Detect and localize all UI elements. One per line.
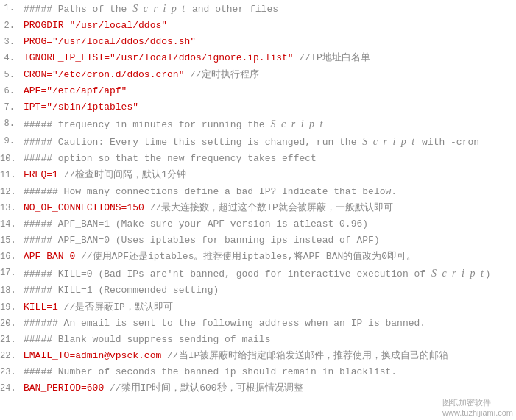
line-number: 4. xyxy=(0,51,21,65)
code-value: APF_BAN=0 xyxy=(24,251,75,262)
code-comment: //检查时间间隔，默认1分钟 xyxy=(58,169,186,180)
line-content: ##### KILL=0 (Bad IPs are'nt banned, goo… xyxy=(21,266,516,282)
script-word: S c r i p t xyxy=(431,268,485,279)
code-value: NO_OF_CONNECTIONS=150 xyxy=(24,202,144,213)
line-content: PROGDIR="/usr/local/ddos" xyxy=(21,18,516,33)
code-value: EMAIL_TO=admin@vpsck.com xyxy=(24,350,161,361)
table-row: 19.KILL=1 //是否屏蔽IP，默认即可 xyxy=(0,299,516,316)
table-row: 11.FREQ=1 //检查时间间隔，默认1分钟 xyxy=(0,167,516,183)
code-comment: ##### KILL=1 (Recommended setting) xyxy=(24,285,219,296)
table-row: 2.PROGDIR="/usr/local/ddos" xyxy=(0,18,516,34)
line-number: 13. xyxy=(0,201,21,216)
line-number: 20. xyxy=(0,316,21,331)
table-row: 13.NO_OF_CONNECTIONS=150 //最大连接数，超过这个数IP… xyxy=(0,200,516,216)
code-comment: ##### Blank would suppress sending of ma… xyxy=(24,334,270,345)
line-content: APF="/etc/apf/apf" xyxy=(21,84,516,99)
code-comment: //是否屏蔽IP，默认即可 xyxy=(58,302,173,313)
code-comment: ##### APF_BAN=1 (Make sure your APF vers… xyxy=(24,218,368,229)
table-row: 1.##### Paths of the S c r i p t and oth… xyxy=(0,0,516,18)
table-row: 16.APF_BAN=0 //使用APF还是iptables。推荐使用iptab… xyxy=(0,249,516,265)
code-value: CRON="/etc/cron.d/ddos.cron" xyxy=(24,69,184,80)
line-number: 7. xyxy=(0,100,21,115)
line-content: ###### An email is sent to the following… xyxy=(21,316,516,331)
line-content: ##### APF_BAN=0 (Uses iptables for banni… xyxy=(21,233,516,248)
table-row: 12.###### How many connections define a … xyxy=(0,184,516,200)
code-value: IPT="/sbin/iptables" xyxy=(24,102,138,113)
line-number: 2. xyxy=(0,18,21,33)
table-row: 8.##### frequency in minutes for running… xyxy=(0,115,516,133)
line-number: 23. xyxy=(0,365,21,380)
code-comment: ##### Number of seconds the banned ip sh… xyxy=(24,366,397,377)
line-number: 19. xyxy=(0,300,21,315)
code-comment: ##### APF_BAN=0 (Uses iptables for banni… xyxy=(24,235,380,246)
line-content: ##### frequency in minutes for running t… xyxy=(21,116,516,132)
code-comment: ##### KILL=0 (Bad IPs are'nt banned, goo… xyxy=(24,268,431,280)
code-value: IGNORE_IP_LIST="/usr/local/ddos/ignore.i… xyxy=(24,52,294,63)
line-number: 14. xyxy=(0,217,21,232)
code-value: PROG="/usr/local/ddos/ddos.sh" xyxy=(24,36,196,47)
watermark: 图纸加密软件 www.tuzhijiami.com xyxy=(442,397,513,417)
line-number: 5. xyxy=(0,68,21,82)
line-number: 12. xyxy=(0,185,21,199)
line-content: CRON="/etc/cron.d/ddos.cron" //定时执行程序 xyxy=(21,68,516,82)
code-comment: //定时执行程序 xyxy=(184,69,258,80)
line-number: 1. xyxy=(0,1,21,15)
line-number: 11. xyxy=(0,168,21,182)
line-content: PROG="/usr/local/ddos/ddos.sh" xyxy=(21,35,516,49)
line-number: 21. xyxy=(0,332,21,347)
line-number: 24. xyxy=(0,381,21,396)
table-row: 18.##### KILL=1 (Recommended setting) xyxy=(0,282,516,299)
table-row: 14.##### APF_BAN=1 (Make sure your APF v… xyxy=(0,216,516,232)
table-row: 15.##### APF_BAN=0 (Uses iptables for ba… xyxy=(0,232,516,249)
line-content: ##### Blank would suppress sending of ma… xyxy=(21,332,516,347)
code-comment: //IP地址白名单 xyxy=(294,52,370,63)
table-row: 4.IGNORE_IP_LIST="/usr/local/ddos/ignore… xyxy=(0,50,516,66)
code-comment: //当IP被屏蔽时给指定邮箱发送邮件，推荐使用，换成自己的邮箱 xyxy=(161,350,448,361)
line-number: 8. xyxy=(0,116,21,131)
line-content: ##### APF_BAN=1 (Make sure your APF vers… xyxy=(21,217,516,232)
code-value: FREQ=1 xyxy=(24,169,58,180)
line-content: ###### How many connections define a bad… xyxy=(21,185,516,199)
code-comment: and other files xyxy=(186,4,278,15)
line-content: FREQ=1 //检查时间间隔，默认1分钟 xyxy=(21,168,516,182)
code-comment: with -cron xyxy=(416,137,479,148)
line-content: ##### option so that the new frequency t… xyxy=(21,152,516,166)
line-content: KILL=1 //是否屏蔽IP，默认即可 xyxy=(21,300,516,315)
table-row: 20.###### An email is sent to the follow… xyxy=(0,316,516,332)
line-content: ##### KILL=1 (Recommended setting) xyxy=(21,283,516,298)
line-content: IGNORE_IP_LIST="/usr/local/ddos/ignore.i… xyxy=(21,51,516,65)
line-content: ##### Caution: Every time this setting i… xyxy=(21,134,516,150)
line-number: 15. xyxy=(0,233,21,248)
code-editor: 1.##### Paths of the S c r i p t and oth… xyxy=(0,0,516,420)
table-row: 10.##### option so that the new frequenc… xyxy=(0,151,516,167)
script-word: S c r i p t xyxy=(132,3,186,14)
code-comment: ###### How many connections define a bad… xyxy=(24,186,397,197)
table-row: 21.##### Blank would suppress sending of… xyxy=(0,332,516,348)
line-number: 18. xyxy=(0,283,21,298)
code-value: APF="/etc/apf/apf" xyxy=(24,85,127,96)
line-number: 9. xyxy=(0,134,21,149)
table-row: 24.BAN_PERIOD=600 //禁用IP时间，默认600秒，可根据情况调… xyxy=(0,380,516,396)
line-content: NO_OF_CONNECTIONS=150 //最大连接数，超过这个数IP就会被… xyxy=(21,201,516,216)
table-row: 9.##### Caution: Every time this setting… xyxy=(0,133,516,151)
line-content: APF_BAN=0 //使用APF还是iptables。推荐使用iptables… xyxy=(21,249,516,264)
script-word: S c r i p t xyxy=(362,136,416,147)
code-comment: ##### Paths of the xyxy=(24,4,132,15)
code-comment: //使用APF还是iptables。推荐使用iptables,将APF_BAN的… xyxy=(75,251,416,262)
code-comment: ##### frequency in minutes for running t… xyxy=(24,119,270,130)
table-row: 17.##### KILL=0 (Bad IPs are'nt banned, … xyxy=(0,265,516,282)
line-number: 22. xyxy=(0,349,21,363)
code-comment: //禁用IP时间，默认600秒，可根据情况调整 xyxy=(104,382,303,394)
code-comment: ) xyxy=(485,268,491,280)
table-row: 6.APF="/etc/apf/apf" xyxy=(0,83,516,99)
line-content: IPT="/sbin/iptables" xyxy=(21,100,516,115)
line-content: ##### Number of seconds the banned ip sh… xyxy=(21,365,516,380)
line-number: 10. xyxy=(0,152,21,166)
code-comment: //最大连接数，超过这个数IP就会被屏蔽，一般默认即可 xyxy=(144,202,393,213)
table-row: 22.EMAIL_TO=admin@vpsck.com //当IP被屏蔽时给指定… xyxy=(0,348,516,364)
code-value: PROGDIR="/usr/local/ddos" xyxy=(24,20,167,31)
script-word: S c r i p t xyxy=(270,118,324,129)
line-number: 16. xyxy=(0,249,21,264)
table-row: 3.PROG="/usr/local/ddos/ddos.sh" xyxy=(0,34,516,50)
table-row: 7.IPT="/sbin/iptables" xyxy=(0,99,516,115)
